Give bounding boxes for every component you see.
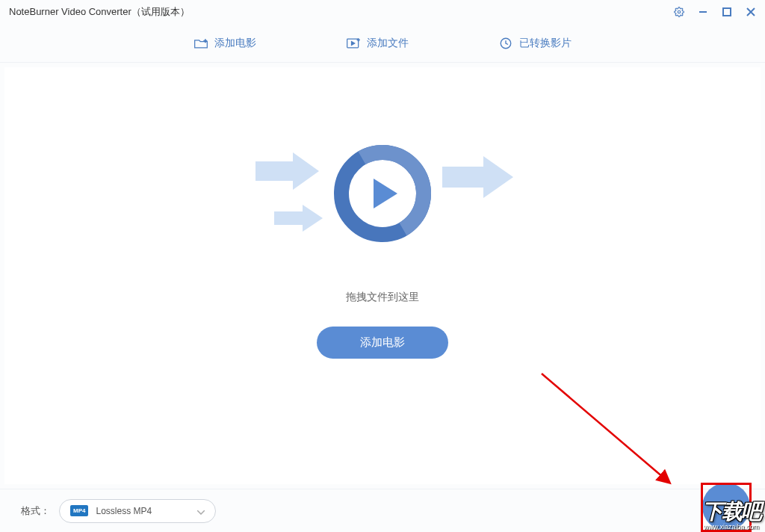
chevron-down-icon <box>197 504 205 518</box>
svg-rect-1 <box>699 11 707 13</box>
format-value: Lossless MP4 <box>96 506 190 516</box>
add-movie-button[interactable]: 添加电影 <box>317 327 448 359</box>
play-icon <box>374 179 397 208</box>
arrow-icon <box>274 205 326 235</box>
converted-toolbar[interactable]: 已转换影片 <box>498 37 572 50</box>
arrow-icon <box>442 156 517 201</box>
play-circle-icon <box>334 145 431 242</box>
svg-point-0 <box>678 10 681 13</box>
maximize-icon[interactable] <box>722 7 732 17</box>
arrow-icon <box>255 152 323 193</box>
titlebar: NoteBurner Video Converter（试用版本） <box>0 0 765 24</box>
toolbar-label: 已转换影片 <box>519 37 572 50</box>
add-movie-toolbar[interactable]: 添加电影 <box>193 37 256 50</box>
titlebar-controls <box>674 7 756 17</box>
folder-plus-icon <box>193 37 208 50</box>
svg-rect-2 <box>723 8 731 16</box>
format-selector[interactable]: MP4 Lossless MP4 <box>59 499 216 523</box>
bottom-bar: 格式： MP4 Lossless MP4 <box>0 489 765 532</box>
convert-button[interactable] <box>702 483 750 531</box>
app-window: NoteBurner Video Converter（试用版本） 添加电影 <box>0 0 765 532</box>
drop-hint-text: 拖拽文件到这里 <box>346 291 419 304</box>
minimize-icon[interactable] <box>698 7 708 17</box>
add-file-toolbar[interactable]: 添加文件 <box>346 37 409 50</box>
clock-icon <box>498 37 513 50</box>
app-title: NoteBurner Video Converter（试用版本） <box>9 5 674 19</box>
toolbar-label: 添加文件 <box>367 37 409 50</box>
close-icon[interactable] <box>746 7 756 17</box>
format-badge-icon: MP4 <box>70 505 88 516</box>
settings-icon[interactable] <box>674 7 684 17</box>
play-plus-icon <box>346 37 361 50</box>
toolbar-label: 添加电影 <box>214 37 256 50</box>
toolbar: 添加电影 添加文件 已转换影片 <box>0 24 765 63</box>
drop-zone[interactable]: 拖拽文件到这里 添加电影 <box>4 67 761 484</box>
format-label: 格式： <box>21 504 50 518</box>
center-graphic <box>255 134 510 253</box>
